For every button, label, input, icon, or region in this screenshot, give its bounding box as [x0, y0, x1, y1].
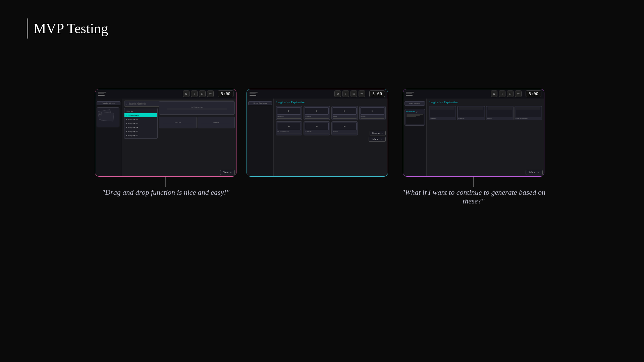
canvas-row-2: Story It's Mashup: [159, 117, 235, 128]
tool-icon-3-1[interactable]: ⚙: [491, 90, 497, 97]
card-lines: [277, 118, 301, 119]
play-icon: ▶: [316, 125, 318, 128]
card-label: Put to another use: [516, 118, 541, 119]
search-icon: /: [126, 102, 127, 105]
menu-item-cat02[interactable]: Category 02: [124, 117, 157, 121]
preview-card: [406, 114, 424, 124]
quote-3: "What if I want to continue to generate …: [398, 188, 549, 205]
s3-card-put[interactable]: Put to another use: [515, 106, 542, 120]
play-icon: ▶: [288, 125, 290, 128]
screen-2-body: Brand Attributes Imaginative Exploration…: [247, 99, 388, 176]
screen-1-inner: ⚙ T ⊞ ⚯ 5:00 Brand Attributes: [95, 89, 236, 176]
block-label-mashup: Mashup: [213, 121, 219, 123]
menu-line-1: [406, 92, 414, 93]
submit-button-3[interactable]: Submit →: [526, 170, 543, 175]
arrow-icon: ↗: [416, 111, 418, 113]
card-modify[interactable]: ▶ Modify: [359, 106, 386, 120]
card-adapt[interactable]: ▶ Adapt: [331, 106, 358, 120]
submit-area: Submit →: [276, 137, 386, 142]
tool-icon-2-3[interactable]: ⊞: [351, 90, 357, 97]
tool-icon-4[interactable]: ⚯: [207, 90, 214, 97]
line: [277, 134, 301, 134]
card-inner: [487, 107, 513, 117]
brand-attributes-btn[interactable]: Brand Attributes: [97, 101, 120, 105]
card-thumb: ▶: [305, 107, 329, 115]
play-icon: ▶: [344, 125, 345, 128]
line4: [201, 124, 231, 124]
block-lines: [167, 109, 227, 110]
tool-icon-2-2[interactable]: T: [342, 90, 349, 97]
card-inner: [516, 107, 541, 117]
card-eliminate[interactable]: ▶ Eliminate: [304, 121, 330, 135]
connector-1: [165, 177, 166, 187]
menu-item-cat04[interactable]: Category 04: [124, 125, 157, 129]
tool-icon-1[interactable]: ⚙: [183, 90, 190, 97]
card-label: Substitute: [277, 115, 301, 117]
tool-icon-3-3[interactable]: ⊞: [507, 90, 514, 97]
block-label-story: Story It's: [175, 121, 181, 123]
brand-attributes-btn-3[interactable]: Brand Attributes: [405, 101, 425, 106]
line: [516, 108, 540, 108]
tool-icon-3-2[interactable]: T: [499, 90, 505, 97]
line: [277, 118, 301, 119]
tool-icon-2-4[interactable]: ⚯: [359, 90, 365, 97]
screen-3-timer: 5:00: [526, 90, 541, 97]
line: [333, 133, 357, 133]
canvas-block-thinking[interactable]: Six Thinking Hats: [159, 101, 235, 115]
s3-card-modify[interactable]: Modify: [486, 106, 514, 120]
save-button[interactable]: Save →: [220, 170, 235, 175]
preview-header: Substitute ↗: [406, 110, 424, 113]
brand-attributes-btn-2[interactable]: Brand Attributes: [248, 101, 272, 105]
toolbar-icons-3: ⚙ T ⊞ ⚯: [491, 90, 522, 97]
submit-button[interactable]: Submit →: [369, 137, 386, 142]
card-thumb: ▶: [277, 123, 301, 130]
menu-line-3: [406, 95, 413, 96]
preview-line: [407, 114, 423, 115]
preview-title: Substitute: [406, 110, 415, 113]
card-inner: [430, 107, 455, 117]
screen-2-wrapper: ⚙ T ⊞ ⚯ 5:00 Brand Attributes Imagina: [247, 89, 388, 205]
tool-icon-3-4[interactable]: ⚯: [515, 90, 522, 97]
preview-line: [407, 116, 416, 117]
line: [277, 118, 301, 118]
card-put[interactable]: ▶ Put to another use: [276, 121, 302, 135]
s3-card-combine[interactable]: Combine: [457, 106, 485, 120]
dropdown-menu: Blocks UX Methods Category 02 Category 0…: [124, 108, 158, 139]
line: [333, 118, 357, 119]
line1: [167, 109, 227, 109]
menu-line-2: [250, 94, 256, 94]
quote-1: "Drag and drop function is nice and easy…: [102, 188, 229, 197]
canvas-block-story[interactable]: Story It's: [159, 117, 197, 128]
menu-item-cat05[interactable]: Category 05: [124, 129, 157, 133]
card-thumb: ▶: [333, 107, 357, 115]
hamburger-icon-3: [406, 92, 414, 96]
generate-button[interactable]: Generate →: [370, 131, 386, 135]
screen-3-cards-grid: Substitute Combine: [429, 106, 542, 120]
screen-2-main: Imaginative Exploration ▶ Substitute: [274, 99, 388, 176]
tool-icon-2[interactable]: T: [191, 90, 198, 97]
connector-3: [473, 177, 474, 187]
line: [459, 108, 483, 108]
screen-2-inner: ⚙ T ⊞ ⚯ 5:00 Brand Attributes Imagina: [247, 89, 388, 176]
menu-item-cat06[interactable]: Category 06: [124, 133, 157, 137]
save-btn-area: Save →: [220, 170, 235, 175]
card-combine[interactable]: ▶ Combine: [304, 106, 330, 120]
menu-line-2: [98, 94, 104, 94]
card-label: Eliminate: [305, 131, 329, 132]
line: [459, 110, 483, 110]
tool-icon-3[interactable]: ⊞: [199, 90, 206, 97]
menu-item-ux[interactable]: UX Methods: [124, 113, 157, 117]
card-reverse[interactable]: ▶ Reverse: [331, 121, 358, 135]
canvas-block-mashup[interactable]: Mashup: [198, 117, 235, 128]
s3-card-substitute[interactable]: Substitute: [429, 106, 456, 120]
line: [488, 108, 512, 108]
tool-icon-2-1[interactable]: ⚙: [334, 90, 341, 97]
card-substitute[interactable]: ▶ Substitute: [276, 106, 302, 120]
canvas-grid: Six Thinking Hats: [159, 101, 235, 115]
sidebar-preview: Substitute ↗: [405, 109, 425, 126]
line: [430, 110, 454, 110]
canvas-area: Six Thinking Hats Story It's: [159, 101, 235, 168]
menu-item-cat03[interactable]: Category 03: [124, 121, 157, 125]
line: [459, 109, 483, 109]
card-label: Modify: [361, 115, 384, 117]
